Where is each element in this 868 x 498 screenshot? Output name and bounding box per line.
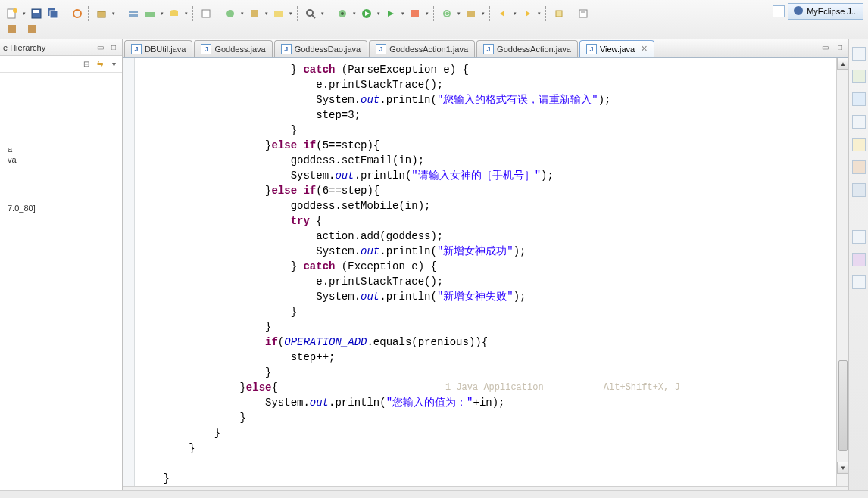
bookmarks-icon[interactable] [852, 115, 866, 129]
code-area[interactable]: } catch (ParseException e) { e.printStac… [135, 58, 836, 486]
run-last-icon[interactable] [383, 6, 398, 21]
debug-icon[interactable] [335, 6, 350, 21]
servers-icon[interactable] [852, 253, 866, 266]
view-title-bar: e Hierarchy ▭ □ [0, 39, 122, 56]
problems-icon[interactable] [852, 275, 866, 289]
jar-icon[interactable] [247, 6, 262, 21]
new-package-icon[interactable] [464, 6, 479, 21]
editor-maximize-icon[interactable]: □ [835, 42, 845, 52]
svg-point-17 [307, 10, 313, 16]
run-hint-ghost: 1 Java Application Alt+Shift+X, J [445, 380, 680, 395]
editor-minimize-icon[interactable]: ▭ [820, 42, 830, 52]
svg-rect-15 [251, 10, 258, 17]
main-toolbar: ▾ ▾ ▾ ▾ ▾ ▾ ▾ ▾ ▾ ▾ ▾ ▾ C ▾ [0, 0, 868, 39]
trim-icon-7[interactable] [852, 183, 866, 197]
new-icon[interactable] [5, 6, 20, 21]
myeclipse-icon [793, 5, 804, 17]
folder-icon[interactable] [271, 6, 286, 21]
back-icon[interactable] [495, 6, 510, 21]
link-icon[interactable]: ⇆ [95, 59, 105, 70]
tree-item[interactable]: va [2, 154, 120, 165]
svg-rect-13 [202, 10, 210, 17]
deploy-icon[interactable] [142, 6, 158, 21]
run-icon[interactable] [359, 6, 374, 21]
tree[interactable]: a va 7.0_80] [0, 73, 122, 498]
maximize-icon[interactable]: □ [108, 42, 119, 53]
svg-text:C: C [445, 10, 450, 17]
package-icon[interactable] [94, 6, 109, 21]
outline-icon[interactable] [852, 47, 866, 61]
editor-tabs: JDBUtil.java JGoddess.java JGoddessDao.j… [123, 39, 848, 58]
dropdown-icon[interactable]: ▾ [21, 6, 27, 21]
server-icon[interactable] [126, 6, 141, 21]
tab-goddessaction1[interactable]: JGoddessAction1.java [369, 40, 475, 57]
svg-rect-9 [129, 14, 138, 17]
new-class-icon[interactable]: C [439, 6, 454, 21]
svg-marker-29 [526, 11, 530, 17]
cube2-icon[interactable] [24, 21, 39, 36]
svg-marker-23 [388, 11, 394, 17]
search-icon[interactable] [303, 6, 318, 21]
sidebar-view: e Hierarchy ▭ □ ⊟ ⇆ ▾ a va 7.0_80] [0, 39, 123, 498]
tab-goddessdao[interactable]: JGoddessDao.java [274, 40, 367, 57]
svg-rect-24 [411, 10, 419, 17]
editor-body: } catch (ParseException e) { e.printStac… [123, 58, 848, 486]
markers-icon[interactable] [852, 138, 866, 151]
open-perspective-icon[interactable] [773, 5, 785, 17]
perspective-button[interactable]: MyEclipse J... [788, 3, 863, 20]
svg-rect-8 [129, 11, 138, 13]
open-type-icon[interactable] [223, 6, 238, 21]
menu-icon[interactable]: ▾ [108, 59, 119, 70]
svg-rect-12 [170, 11, 178, 16]
svg-point-20 [341, 12, 344, 15]
svg-point-33 [794, 6, 803, 15]
scroll-thumb[interactable] [838, 360, 848, 451]
svg-rect-31 [579, 10, 587, 17]
tab-view[interactable]: JView.java✕ [579, 40, 654, 57]
editor-area: JDBUtil.java JGoddess.java JGoddessDao.j… [123, 39, 848, 498]
task-icon[interactable] [576, 6, 591, 21]
tab-dbutil[interactable]: JDBUtil.java [124, 40, 192, 57]
scroll-down-icon[interactable]: ▼ [837, 462, 848, 474]
status-bar [0, 490, 868, 498]
svg-rect-10 [145, 12, 155, 17]
view-title-label: e Hierarchy [3, 43, 45, 52]
task-list-icon[interactable] [852, 70, 866, 83]
db-icon[interactable] [167, 6, 182, 21]
perspective-label: MyEclipse J... [807, 7, 858, 16]
collapse-icon[interactable]: ⊟ [81, 59, 92, 70]
close-icon[interactable]: ✕ [641, 44, 648, 54]
tree-item[interactable]: a [2, 144, 120, 154]
svg-point-1 [13, 8, 17, 13]
svg-point-6 [73, 10, 81, 17]
pin-icon[interactable] [551, 6, 567, 21]
save-all-icon[interactable] [45, 6, 61, 21]
view-toolbar: ⊟ ⇆ ▾ [0, 56, 122, 73]
scroll-up-icon[interactable]: ▲ [837, 58, 848, 70]
console-icon[interactable] [852, 230, 866, 244]
tree-item[interactable]: 7.0_80] [2, 203, 120, 213]
coverage-icon[interactable] [407, 6, 423, 21]
svg-rect-34 [8, 25, 16, 33]
right-trim [848, 39, 868, 498]
svg-rect-16 [274, 11, 283, 17]
wizard-icon[interactable] [198, 6, 214, 21]
tab-goddess[interactable]: JGoddess.java [194, 40, 272, 57]
gutter[interactable] [123, 58, 135, 486]
svg-rect-5 [50, 11, 58, 18]
save-icon[interactable] [29, 6, 44, 21]
workbench: e Hierarchy ▭ □ ⊟ ⇆ ▾ a va 7.0_80] JDBUt… [0, 39, 868, 498]
tool-icon[interactable] [70, 6, 85, 21]
minimize-icon[interactable]: ▭ [95, 42, 105, 53]
cube1-icon[interactable] [5, 21, 20, 36]
tab-goddessaction[interactable]: JGoddessAction.java [476, 40, 578, 57]
forward-icon[interactable] [520, 6, 535, 21]
svg-rect-27 [467, 11, 475, 17]
svg-rect-30 [556, 11, 562, 17]
progress-icon[interactable] [852, 160, 866, 174]
svg-marker-28 [500, 11, 504, 17]
svg-line-18 [312, 15, 315, 18]
vertical-scrollbar[interactable]: ▲ ▼ [836, 58, 848, 486]
svg-rect-35 [28, 25, 36, 33]
minimap-icon[interactable] [852, 92, 866, 106]
